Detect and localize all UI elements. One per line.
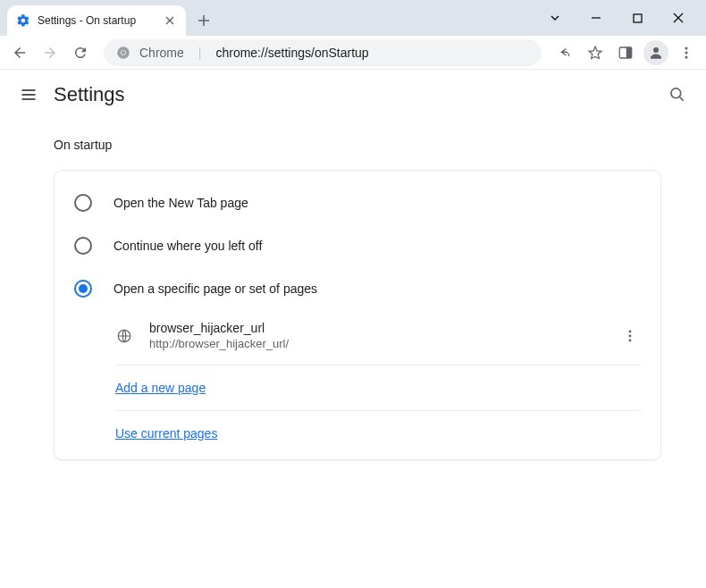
omnibox-separator: | (198, 46, 202, 60)
maximize-button[interactable] (617, 5, 658, 30)
tab-strip: Settings - On startup (7, 0, 534, 36)
radio-icon (74, 237, 92, 255)
startup-options-card: Open the New Tab page Continue where you… (54, 170, 661, 460)
radio-icon (74, 280, 92, 298)
settings-gear-icon (16, 13, 30, 28)
menu-hamburger-icon[interactable] (18, 84, 39, 105)
browser-titlebar: Settings - On startup (0, 0, 706, 36)
page-title: Settings (54, 83, 125, 106)
chevron-down-icon[interactable] (534, 5, 576, 30)
radio-label: Open a specific page or set of pages (113, 281, 317, 296)
svg-point-12 (629, 330, 632, 332)
new-tab-button[interactable] (191, 8, 216, 33)
svg-point-9 (685, 55, 688, 58)
svg-point-7 (685, 46, 688, 49)
reload-button[interactable] (68, 40, 93, 65)
radio-open-new-tab[interactable]: Open the New Tab page (55, 181, 660, 224)
chrome-icon (116, 46, 130, 60)
globe-icon (115, 327, 133, 345)
page-entry-title: browser_hijacker_url (149, 321, 603, 335)
browser-tab[interactable]: Settings - On startup (7, 5, 186, 36)
svg-point-10 (671, 88, 681, 98)
omnibox-scheme: Chrome (139, 46, 184, 60)
browser-toolbar: Chrome | chrome://settings/onStartup (0, 36, 706, 70)
add-page-row: Add a new page (115, 365, 641, 411)
window-controls (534, 0, 699, 36)
svg-rect-0 (634, 14, 642, 22)
svg-point-6 (653, 47, 659, 53)
page-entry-url: http://browser_hijacker_url/ (149, 337, 603, 350)
svg-point-14 (629, 339, 632, 341)
bookmark-star-icon[interactable] (583, 40, 608, 65)
chrome-menu-icon[interactable] (674, 40, 699, 65)
startup-page-entry: browser_hijacker_url http://browser_hija… (115, 310, 641, 365)
search-icon[interactable] (667, 84, 688, 105)
close-tab-icon[interactable] (163, 13, 177, 28)
radio-continue[interactable]: Continue where you left off (55, 224, 660, 267)
add-page-link[interactable]: Add a new page (115, 381, 206, 395)
profile-avatar[interactable] (643, 40, 668, 65)
minimize-button[interactable] (576, 5, 617, 30)
radio-specific-pages[interactable]: Open a specific page or set of pages (55, 267, 660, 310)
radio-icon (74, 194, 92, 212)
share-icon[interactable] (552, 40, 577, 65)
svg-rect-5 (626, 47, 632, 58)
radio-label: Open the New Tab page (113, 196, 248, 210)
use-current-row: Use current pages (115, 411, 641, 449)
radio-label: Continue where you left off (113, 239, 262, 253)
page-entry-menu-icon[interactable] (619, 325, 641, 347)
specific-pages-section: browser_hijacker_url http://browser_hija… (115, 310, 641, 449)
forward-button[interactable] (38, 40, 63, 65)
section-title: On startup (54, 138, 686, 152)
settings-header: Settings (0, 70, 706, 120)
svg-point-13 (629, 334, 632, 337)
close-window-button[interactable] (658, 5, 699, 30)
address-bar[interactable]: Chrome | chrome://settings/onStartup (104, 39, 542, 66)
omnibox-url: chrome://settings/onStartup (215, 46, 529, 60)
settings-page: Settings On startup Open the New Tab pag… (0, 70, 706, 588)
svg-point-8 (685, 51, 688, 54)
back-button[interactable] (7, 40, 32, 65)
svg-point-3 (122, 50, 125, 54)
side-panel-icon[interactable] (613, 40, 638, 65)
use-current-pages-link[interactable]: Use current pages (115, 426, 217, 441)
tab-title: Settings - On startup (38, 14, 155, 27)
